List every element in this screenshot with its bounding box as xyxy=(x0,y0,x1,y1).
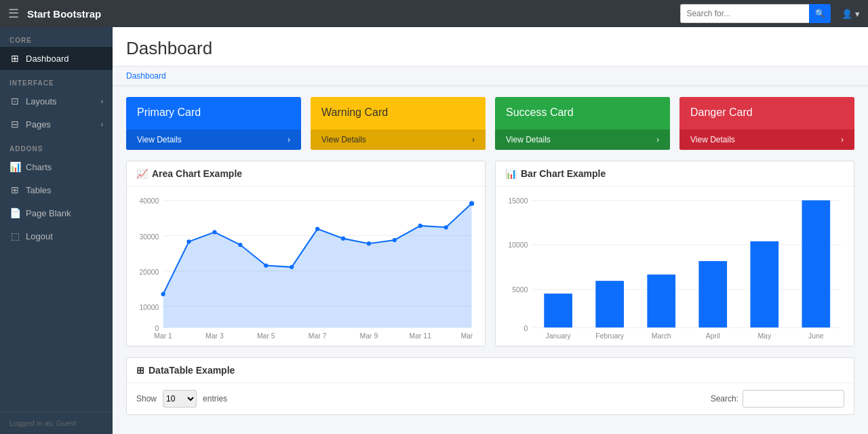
sidebar-item-page-blank-label: Page Blank xyxy=(26,208,71,218)
brand-name: Start Bootstrap xyxy=(27,8,101,20)
sidebar-item-layouts-label: Layouts xyxy=(26,96,57,106)
search-form: 🔍 xyxy=(680,4,831,23)
page-title: Dashboard xyxy=(126,38,854,59)
svg-rect-42 xyxy=(698,261,727,328)
svg-text:0: 0 xyxy=(155,325,159,332)
content-area: Primary Card View Details › Warning Card… xyxy=(113,86,868,426)
area-chart-body: 40000 30000 20000 10000 0 xyxy=(127,186,485,346)
sidebar-item-dashboard[interactable]: ⊞ Dashboard xyxy=(0,47,113,70)
sidebar-item-tables[interactable]: ⊞ Tables xyxy=(0,178,113,201)
svg-text:Mar 7: Mar 7 xyxy=(309,332,327,340)
success-card: Success Card View Details › xyxy=(495,97,670,150)
warning-card-link-icon: › xyxy=(472,135,475,144)
page-header: Dashboard xyxy=(113,27,868,66)
svg-text:Mar 1: Mar 1 xyxy=(154,332,172,340)
bar-chart-title: Bar Chart Example xyxy=(521,168,606,179)
svg-text:5000: 5000 xyxy=(512,286,528,294)
sidebar-section-addons: ADDONS xyxy=(0,136,113,155)
datatable-show-label: Show xyxy=(136,394,157,403)
sidebar-item-pages[interactable]: ⊟ Pages › xyxy=(0,113,113,136)
success-card-link[interactable]: View Details › xyxy=(495,130,670,150)
svg-point-23 xyxy=(469,201,474,205)
warning-card-link[interactable]: View Details › xyxy=(311,130,486,150)
sidebar-toggle-button[interactable]: ☰ xyxy=(8,6,19,21)
svg-text:May: May xyxy=(757,332,771,340)
datatable-card: ⊞ DataTable Example Show 10 25 50 100 en… xyxy=(126,357,854,415)
sidebar-item-layouts[interactable]: ⊡ Layouts › xyxy=(0,90,113,113)
svg-point-17 xyxy=(315,226,319,231)
datatable-header: ⊞ DataTable Example xyxy=(127,358,854,383)
svg-text:February: February xyxy=(595,332,624,340)
svg-point-11 xyxy=(161,292,165,296)
svg-point-15 xyxy=(264,263,268,267)
bar-chart-card: 📊 Bar Chart Example 15000 10000 5000 0 xyxy=(495,161,854,347)
svg-point-12 xyxy=(186,239,191,243)
layouts-icon: ⊡ xyxy=(9,96,20,106)
datatable-controls: Show 10 25 50 100 entries Search: xyxy=(127,383,854,414)
breadcrumb-link[interactable]: Dashboard xyxy=(126,71,166,81)
layouts-chevron-icon: › xyxy=(101,98,103,105)
svg-point-22 xyxy=(444,225,448,229)
datatable-icon: ⊞ xyxy=(136,365,144,376)
primary-card-link[interactable]: View Details › xyxy=(126,130,301,150)
danger-card: Danger Card View Details › xyxy=(679,97,854,150)
svg-text:Mar 9: Mar 9 xyxy=(360,332,378,340)
svg-text:0: 0 xyxy=(524,325,528,332)
primary-card-link-text: View Details xyxy=(137,135,182,144)
tables-icon: ⊞ xyxy=(9,184,20,195)
datatable-search-area: Search: xyxy=(711,390,844,408)
svg-text:June: June xyxy=(808,332,824,340)
pages-chevron-icon: › xyxy=(101,121,103,128)
warning-card: Warning Card View Details › xyxy=(311,97,486,150)
warning-card-title: Warning Card xyxy=(311,97,486,130)
sidebar-item-page-blank[interactable]: 📄 Page Blank xyxy=(0,201,113,224)
main-content: Dashboard Dashboard Primary Card View De… xyxy=(113,27,868,434)
sidebar-item-tables-label: Tables xyxy=(26,185,52,195)
svg-point-20 xyxy=(393,238,397,242)
svg-rect-39 xyxy=(544,294,572,328)
danger-card-link-icon: › xyxy=(841,135,844,144)
sidebar-footer: Logged in as: Guest xyxy=(0,412,113,434)
svg-text:January: January xyxy=(546,332,572,340)
warning-card-link-text: View Details xyxy=(321,135,366,144)
danger-card-link[interactable]: View Details › xyxy=(679,130,854,150)
success-card-link-icon: › xyxy=(656,135,659,144)
svg-point-13 xyxy=(212,230,216,234)
datatable-search-input[interactable] xyxy=(743,390,844,408)
sidebar-item-logout-label: Logout xyxy=(26,231,53,241)
user-menu[interactable]: 👤 ▾ xyxy=(842,9,860,19)
svg-text:Mar 5: Mar 5 xyxy=(257,332,275,340)
sidebar-item-logout[interactable]: ⬚ Logout xyxy=(0,224,113,248)
svg-rect-41 xyxy=(647,275,675,328)
svg-text:Mar 13: Mar 13 xyxy=(460,332,475,340)
datatable-show-entries: Show 10 25 50 100 entries xyxy=(136,390,227,408)
svg-text:Mar 11: Mar 11 xyxy=(410,332,432,340)
svg-text:April: April xyxy=(706,332,720,340)
logout-icon: ⬚ xyxy=(9,231,20,241)
top-navbar: ☰ Start Bootstrap 🔍 👤 ▾ xyxy=(0,0,868,27)
svg-text:10000: 10000 xyxy=(139,304,159,311)
success-card-link-text: View Details xyxy=(506,135,551,144)
datatable-title: DataTable Example xyxy=(149,365,235,376)
search-button[interactable]: 🔍 xyxy=(809,4,831,23)
search-input[interactable] xyxy=(680,4,809,23)
sidebar-item-charts-label: Charts xyxy=(26,162,52,172)
bar-chart-body: 15000 10000 5000 0 xyxy=(496,186,854,346)
sidebar-section-interface: INTERFACE xyxy=(0,70,113,90)
svg-point-18 xyxy=(341,237,345,241)
success-card-title: Success Card xyxy=(495,97,670,130)
bar-chart-icon: 📊 xyxy=(505,168,517,179)
area-chart-title: Area Chart Example xyxy=(152,168,242,179)
svg-text:Mar 3: Mar 3 xyxy=(205,332,224,340)
area-chart-icon: 📈 xyxy=(136,168,148,179)
sidebar-item-charts[interactable]: 📊 Charts xyxy=(0,155,113,178)
svg-text:15000: 15000 xyxy=(508,197,528,205)
svg-point-19 xyxy=(367,241,371,245)
sidebar-section-core: CORE xyxy=(0,27,113,47)
datatable-entries-select[interactable]: 10 25 50 100 xyxy=(163,390,197,408)
svg-text:40000: 40000 xyxy=(139,197,159,205)
page-blank-icon: 📄 xyxy=(9,208,20,218)
bar-chart-svg: 15000 10000 5000 0 xyxy=(505,193,844,342)
charts-row: 📈 Area Chart Example 40000 30000 20000 1… xyxy=(126,161,854,347)
charts-icon: 📊 xyxy=(9,161,20,172)
